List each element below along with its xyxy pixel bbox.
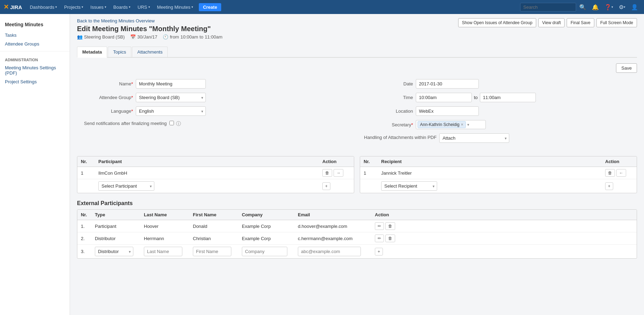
recipient-action-cell: 🗑 ←	[602, 167, 637, 179]
external-participants-table: Nr. Type Last Name First Name Company Em…	[77, 210, 637, 258]
handling-select-wrap: Attach Link Ignore	[439, 133, 509, 143]
ext-row1-actions: ✏ 🗑	[371, 220, 637, 232]
edit-ext-row1-button[interactable]: ✏	[375, 222, 384, 230]
recipient-add-action: +	[602, 179, 637, 193]
ext-new-firstname-input[interactable]	[193, 247, 231, 256]
ext-col-lastname: Last Name	[140, 210, 189, 220]
sidebar-item-tasks[interactable]: Tasks	[0, 31, 70, 40]
select-recipient[interactable]: Select Recipient	[381, 181, 437, 191]
add-recipient-button[interactable]: +	[605, 182, 613, 190]
nav-boards[interactable]: Boards ▾	[111, 0, 133, 14]
time-to-input[interactable]	[480, 93, 536, 102]
notifications-icon-button[interactable]: 🔔	[589, 0, 601, 14]
ext-new-lastname-input[interactable]	[144, 247, 182, 256]
ext-new-email-input[interactable]	[298, 247, 361, 256]
secretary-tag: Ann-Kathrin Scheidig ×	[418, 121, 466, 128]
nav-dashboards[interactable]: Dashboards ▾	[27, 0, 60, 14]
settings-icon-button[interactable]: ⚙▾	[616, 0, 628, 14]
logo-x-icon: ✕	[4, 3, 9, 11]
external-participants-title: External Participants	[77, 200, 637, 206]
ext-col-type: Type	[91, 210, 140, 220]
participant-add-select-cell: Select Participant	[95, 179, 319, 193]
ext-row2-firstname: Christian	[189, 232, 238, 245]
chevron-down-icon: ▾	[105, 5, 106, 9]
attendee-group-label: Attendee Group*	[84, 95, 133, 100]
select-participant[interactable]: Select Participant	[98, 181, 154, 191]
participants-col-action: Action	[319, 156, 354, 167]
edit-ext-row2-button[interactable]: ✏	[375, 234, 384, 242]
sidebar-item-project-settings[interactable]: Project Settings	[0, 77, 70, 86]
handling-select[interactable]: Attach Link Ignore	[439, 133, 509, 143]
final-save-button[interactable]: Final Save	[567, 18, 594, 27]
time-to-label: to	[474, 95, 478, 100]
help-icon[interactable]: ⓘ	[176, 121, 181, 127]
delete-recipient-button[interactable]: 🗑	[605, 169, 615, 177]
full-screen-button[interactable]: Full Screen Mode	[596, 18, 637, 27]
help-icon-button[interactable]: ❓▾	[602, 0, 616, 14]
view-draft-button[interactable]: View draft	[538, 18, 565, 27]
chevron-down-icon: ▾	[129, 5, 131, 9]
participant-nr: 1	[77, 167, 95, 179]
nav-meeting-minutes[interactable]: Meeting Minutes ▾	[154, 0, 196, 14]
tab-metadata[interactable]: Metadata	[77, 47, 107, 58]
name-input[interactable]	[136, 79, 206, 89]
ext-new-type-select[interactable]: Distributor Participant	[95, 247, 133, 256]
user-avatar[interactable]: 👤	[629, 0, 640, 14]
nav-right: 🔍 🔔 ❓▾ ⚙▾ 👤	[520, 0, 640, 14]
time-from-input[interactable]	[416, 93, 472, 102]
secretary-tag-remove[interactable]: ×	[461, 122, 463, 127]
show-open-issues-button[interactable]: Show Open Issues of Attendee Group	[458, 18, 536, 27]
jira-logo: ✕ JIRA	[4, 3, 22, 11]
date-label: Date	[364, 81, 413, 86]
nav-projects[interactable]: Projects ▾	[61, 0, 86, 14]
ext-col-email: Email	[294, 210, 371, 220]
ext-new-company-input[interactable]	[242, 247, 287, 256]
save-button[interactable]: Save	[616, 63, 637, 73]
table-row: 2. Distributor Herrmann Christian Exampl…	[77, 232, 637, 245]
search-input[interactable]	[520, 3, 576, 12]
save-top-area: Save	[77, 63, 637, 73]
tab-topics[interactable]: Topics	[108, 47, 131, 57]
sidebar-item-attendee-groups[interactable]: Attendee Groups	[0, 40, 70, 48]
add-ext-row-button[interactable]: +	[375, 248, 383, 255]
main-content: Show Open Issues of Attendee Group View …	[70, 14, 644, 315]
language-select[interactable]: English German French	[136, 106, 206, 116]
delete-participant-button[interactable]: 🗑	[322, 169, 332, 177]
table-row-add: Select Participant +	[77, 179, 354, 193]
logo-text: JIRA	[10, 4, 22, 10]
add-participant-button[interactable]: +	[322, 182, 330, 190]
secretary-tag-input[interactable]: Ann-Kathrin Scheidig × ▾	[416, 120, 486, 129]
attendee-group-field-row: Attendee Group* Steering Board (SB)	[84, 93, 350, 102]
sidebar-item-mm-settings[interactable]: Meeting Minutes Settings (PDF)	[0, 63, 70, 77]
back-link[interactable]: Back to the Meeting Minutes Overview	[77, 18, 155, 23]
attendee-group-select[interactable]: Steering Board (SB)	[136, 93, 206, 102]
delete-ext-row2-button[interactable]: 🗑	[385, 234, 395, 242]
ext-col-company: Company	[238, 210, 294, 220]
participants-table-wrap: Nr. Participant Action 1 IlmCon GmbH 🗑	[77, 156, 354, 193]
date-input[interactable]	[416, 79, 479, 89]
table-row-add: Select Recipient +	[360, 179, 637, 193]
location-input[interactable]	[416, 106, 479, 116]
participants-col-nr: Nr.	[77, 156, 95, 167]
create-button[interactable]: Create	[199, 3, 221, 11]
name-label: Name*	[84, 81, 133, 86]
notifications-label: Send notifications after finalizing meet…	[84, 120, 167, 126]
search-icon-button[interactable]: 🔍	[577, 0, 589, 14]
required-star: *	[131, 81, 133, 86]
ext-new-nr: 3.	[77, 245, 91, 259]
notifications-checkbox[interactable]	[169, 121, 174, 125]
table-row-new: 3. Distributor Participant	[77, 245, 637, 259]
notifications-field-row: Send notifications after finalizing meet…	[84, 120, 350, 127]
secretary-dropdown-arrow[interactable]: ▾	[467, 122, 469, 127]
move-participant-button[interactable]: →	[334, 169, 343, 177]
required-star: *	[411, 122, 413, 127]
participants-table: Nr. Participant Action 1 IlmCon GmbH 🗑	[77, 156, 354, 193]
delete-ext-row1-button[interactable]: 🗑	[385, 222, 395, 230]
chevron-down-icon: ▾	[82, 5, 83, 9]
form-right: Date Time to Location	[357, 76, 637, 150]
move-recipient-button[interactable]: ←	[616, 169, 626, 177]
required-star: *	[131, 108, 133, 114]
nav-urs[interactable]: URS ▾	[135, 0, 153, 14]
nav-issues[interactable]: Issues ▾	[88, 0, 109, 14]
tab-attachments[interactable]: Attachments	[132, 47, 168, 57]
